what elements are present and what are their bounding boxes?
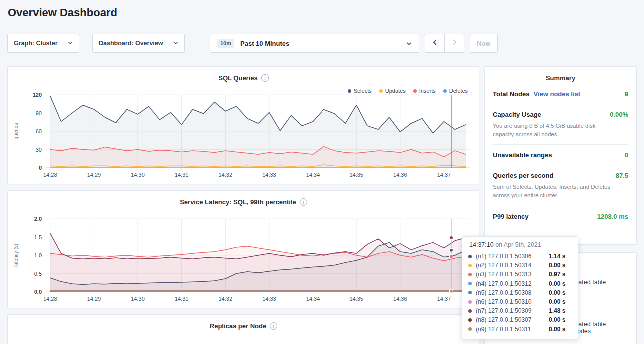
- legend-dot: [443, 89, 447, 93]
- node-link[interactable]: (n9) 127.0.0.1:50311: [476, 326, 549, 333]
- node-link[interactable]: (n7) 127.0.0.1:50309: [476, 307, 549, 314]
- svg-text:14:34: 14:34: [306, 296, 320, 302]
- total-nodes-value: 9: [625, 90, 628, 98]
- now-button[interactable]: Now: [470, 34, 498, 53]
- legend-item-updates[interactable]: Updates: [379, 88, 406, 94]
- node-link[interactable]: (n6) 127.0.0.1:50310: [476, 298, 549, 305]
- unavailable-ranges-value: 0: [625, 151, 628, 159]
- tooltip-row: (n3) 127.0.0.1:503130.97 s: [468, 270, 572, 279]
- node-link[interactable]: (n3) 127.0.0.1:50313: [476, 271, 549, 278]
- series-dot: [468, 291, 472, 294]
- chevron-right-icon: [452, 39, 457, 48]
- legend-label: Updates: [385, 88, 406, 94]
- legend-item-inserts[interactable]: Inserts: [413, 88, 436, 94]
- view-nodes-list-link[interactable]: View nodes list: [533, 90, 580, 98]
- time-range-selector[interactable]: 10m Past 10 Minutes: [210, 34, 419, 53]
- graph-dropdown[interactable]: Graph: Cluster: [7, 34, 79, 53]
- svg-text:14:30: 14:30: [131, 296, 145, 302]
- svg-text:14:28: 14:28: [43, 172, 57, 178]
- series-dot: [468, 300, 472, 304]
- svg-text:2.0: 2.0: [34, 216, 42, 222]
- tooltip-row: (n7) 127.0.0.1:503091.48 s: [468, 306, 572, 315]
- summary-row-total-nodes: Total Nodes View nodes list 9: [493, 84, 628, 104]
- now-button-label: Now: [477, 40, 490, 47]
- capacity-usage-label: Capacity Usage: [493, 111, 541, 118]
- info-icon[interactable]: [261, 74, 269, 82]
- replicas-per-node-panel: Replicas per Node: [7, 314, 479, 344]
- qps-label: Queries per second: [493, 172, 553, 179]
- chevron-down-icon: [68, 40, 73, 47]
- info-icon[interactable]: [300, 198, 307, 206]
- svg-text:14:36: 14:36: [393, 296, 407, 302]
- dashboard-dropdown[interactable]: Dashboard: Overview: [92, 34, 185, 53]
- series-dot: [468, 327, 472, 331]
- latency-value: 0.00 s: [549, 262, 565, 269]
- capacity-usage-value: 0.00%: [610, 111, 628, 118]
- node-link[interactable]: (n8) 127.0.0.1:50307: [476, 316, 549, 323]
- p99-latency-value: 1208.0 ms: [597, 213, 628, 220]
- series-dot: [468, 318, 472, 322]
- summary-row-unavailable-ranges: Unavailable ranges 0: [493, 145, 628, 165]
- svg-text:120: 120: [33, 92, 42, 98]
- node-link[interactable]: (n1) 127.0.0.1:50306: [476, 253, 549, 260]
- svg-text:0.0: 0.0: [34, 289, 42, 295]
- svg-text:14:35: 14:35: [349, 296, 363, 302]
- tooltip-rows: (n1) 127.0.0.1:503061.14 s(n2) 127.0.0.1…: [468, 252, 572, 334]
- time-range-badge: 10m: [217, 39, 234, 48]
- svg-text:0: 0: [39, 165, 42, 171]
- time-range-label: Past 10 Minutes: [240, 40, 289, 47]
- latency-value: 0.00 s: [549, 298, 565, 305]
- sql-queries-panel: SQL Queries SelectsUpdatesInsertsDeletes…: [7, 66, 479, 184]
- legend-item-deletes[interactable]: Deletes: [443, 88, 468, 94]
- svg-text:14:29: 14:29: [87, 172, 101, 178]
- p99-latency-label: P99 latency: [493, 213, 529, 220]
- latency-value: 0.00 s: [549, 316, 565, 323]
- dashboard-dropdown-label: Dashboard: Overview: [99, 40, 163, 47]
- tooltip-row: (n2) 127.0.0.1:503140.00 s: [468, 261, 572, 270]
- graph-dropdown-label: Graph: Cluster: [14, 40, 58, 47]
- svg-text:60: 60: [36, 128, 42, 134]
- svg-text:latency (s): latency (s): [13, 244, 19, 267]
- svg-text:14:32: 14:32: [219, 296, 233, 302]
- series-dot: [468, 264, 472, 267]
- page-title: Overview Dashboard: [8, 6, 117, 19]
- legend-label: Selects: [354, 88, 372, 94]
- svg-text:1.5: 1.5: [34, 234, 42, 240]
- legend-item-selects[interactable]: Selects: [348, 88, 372, 94]
- time-next-button[interactable]: [444, 34, 464, 53]
- svg-text:14:37: 14:37: [437, 172, 451, 178]
- qps-caption: Sum of Selects, Updates, Inserts, and De…: [493, 183, 613, 199]
- legend-label: Inserts: [419, 88, 436, 94]
- node-link[interactable]: (n4) 127.0.0.1:50312: [476, 280, 549, 287]
- latency-value: 0.00 s: [549, 326, 565, 333]
- latency-value: 1.14 s: [549, 253, 565, 260]
- svg-text:30: 30: [36, 147, 42, 153]
- svg-text:1.0: 1.0: [34, 252, 42, 258]
- tooltip-date: on Apr 5th, 2021: [494, 241, 541, 248]
- legend-dot: [413, 89, 417, 93]
- qps-value: 87.5: [616, 172, 628, 179]
- info-icon[interactable]: [270, 322, 277, 330]
- time-prev-button[interactable]: [425, 34, 445, 53]
- svg-text:14:34: 14:34: [306, 172, 320, 178]
- node-link[interactable]: (n2) 127.0.0.1:50314: [476, 262, 549, 269]
- svg-text:0.5: 0.5: [34, 271, 42, 277]
- tooltip-timestamp: 14:37:10 on Apr 5th, 2021: [468, 241, 572, 248]
- latency-value: 0.00 s: [549, 280, 565, 287]
- series-dot: [468, 255, 472, 258]
- summary-row-qps: Queries per second 87.5 Sum of Selects, …: [493, 165, 628, 206]
- node-link[interactable]: (n5) 127.0.0.1:50308: [476, 289, 549, 296]
- latency-value: 1.48 s: [549, 307, 565, 314]
- service-latency-chart[interactable]: 14:2814:2914:3014:3114:3214:3314:3414:35…: [11, 215, 476, 304]
- svg-text:14:31: 14:31: [175, 296, 189, 302]
- tooltip-row: (n4) 127.0.0.1:503120.00 s: [468, 279, 572, 288]
- latency-value: 0.00 s: [549, 289, 565, 296]
- svg-text:14:36: 14:36: [393, 172, 407, 178]
- summary-title: Summary: [485, 67, 636, 84]
- chevron-down-icon: [173, 40, 178, 47]
- svg-text:14:29: 14:29: [87, 296, 101, 302]
- chevron-down-icon: [406, 41, 412, 46]
- sql-queries-chart[interactable]: 14:2814:2914:3014:3114:3214:3314:3414:35…: [11, 91, 476, 180]
- svg-text:14:28: 14:28: [43, 296, 57, 302]
- tooltip-row: (n1) 127.0.0.1:503061.14 s: [468, 252, 572, 261]
